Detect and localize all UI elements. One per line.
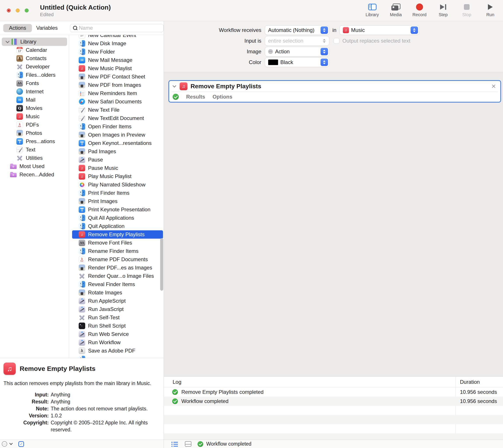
- action-list-item-new-folder[interactable]: New Folder: [69, 48, 164, 56]
- action-list-item-pause[interactable]: Pause: [69, 156, 164, 164]
- sidebar-item-mail[interactable]: Mail: [0, 96, 69, 104]
- action-list-item-print-finder-items[interactable]: Print Finder Items: [69, 189, 164, 197]
- action-list-item-rotate-images[interactable]: Rotate Images: [69, 288, 164, 297]
- options-tab[interactable]: Options: [213, 94, 233, 100]
- search-input[interactable]: [79, 25, 163, 31]
- sidebar-item-label: Contacts: [26, 55, 47, 61]
- run-label: Run: [487, 12, 494, 17]
- action-list-item-new-mail-message[interactable]: New Mail Message: [69, 56, 164, 64]
- action-list-item-new-safari-documents[interactable]: New Safari Documents: [69, 97, 164, 106]
- action-list-item-play-narrated-slideshow[interactable]: Play Narrated Slideshow: [69, 180, 164, 189]
- log-row[interactable]: Workflow completed10.956 seconds: [164, 397, 503, 406]
- action-list-item-remove-font-files[interactable]: Remove Font Files: [69, 239, 164, 247]
- sidebar-item-recen-added[interactable]: Recen...Added: [0, 170, 69, 179]
- action-list-item-new-pdf-from-images[interactable]: New PDF from Images: [69, 81, 164, 89]
- action-list-item-rename-finder-items[interactable]: Rename Finder Items: [69, 247, 164, 255]
- sidebar-item-movies[interactable]: Movies: [0, 104, 69, 112]
- description-title: Remove Empty Playlists: [20, 365, 95, 372]
- checkbox-popup-icon[interactable]: [18, 441, 24, 447]
- action-list-item-run-self-test[interactable]: Run Self-Test: [69, 313, 164, 322]
- action-list-item-rename-pdf-documents[interactable]: Rename PDF Documents: [69, 255, 164, 264]
- sidebar-item-pres-ations[interactable]: Pres...ations: [0, 137, 69, 145]
- sidebar-item-text[interactable]: Text: [0, 145, 69, 154]
- sidebar-item-photos[interactable]: Photos: [0, 129, 69, 137]
- image-label: Image: [164, 48, 265, 55]
- tab-actions[interactable]: Actions: [3, 24, 32, 32]
- action-list-item-run-shell-script[interactable]: Run Shell Script: [69, 322, 164, 330]
- record-button[interactable]: Record: [412, 2, 426, 17]
- stop-label: Stop: [462, 12, 471, 17]
- sidebar-item-utilities[interactable]: Utilities: [0, 154, 69, 162]
- action-list-item-item[interactable]: [69, 355, 164, 358]
- action-list-item-save-as-adobe-pdf[interactable]: Save as Adobe PDF: [69, 347, 164, 355]
- sidebar-item-library[interactable]: Library: [2, 38, 67, 46]
- action-list-item-run-web-service[interactable]: Run Web Service: [69, 330, 164, 338]
- action-list-item-new-music-playlist[interactable]: New Music Playlist: [69, 64, 164, 73]
- sidebar-item-developer[interactable]: Developer: [0, 63, 69, 71]
- receives-select[interactable]: Automatic (Nothing): [265, 25, 329, 35]
- output-replaces-checkbox[interactable]: [334, 38, 339, 44]
- search-field[interactable]: [70, 24, 164, 32]
- action-list-item-reveal-finder-items[interactable]: Reveal Finder Items: [69, 280, 164, 288]
- action-list-item-run-javascript[interactable]: Run JavaScript: [69, 305, 164, 313]
- zoom-window-button[interactable]: [25, 9, 29, 13]
- tab-variables[interactable]: Variables: [36, 25, 58, 31]
- action-list-item-new-calendar-event[interactable]: New Calendar Event: [69, 35, 164, 39]
- log-message: Remove Empty Playlists completed: [181, 389, 264, 395]
- more-options-icon[interactable]: [2, 441, 7, 447]
- sidebar-item-internet[interactable]: Internet: [0, 87, 69, 96]
- sidebar-item-contacts[interactable]: Contacts: [0, 54, 69, 63]
- sidebar-item-calendar[interactable]: Calendar: [0, 46, 69, 54]
- action-list-item-new-pdf-contact-sheet[interactable]: New PDF Contact Sheet: [69, 73, 164, 81]
- action-item-label: Run AppleScript: [88, 298, 126, 304]
- sidebar-item-fonts[interactable]: Fonts: [0, 79, 69, 87]
- log-row[interactable]: Remove Empty Playlists completed10.956 s…: [164, 387, 503, 397]
- image-select[interactable]: Action: [265, 47, 329, 56]
- media-button[interactable]: Media: [389, 2, 403, 17]
- action-list-item-quit-application[interactable]: Quit Application: [69, 222, 164, 230]
- action-list-item-run-applescript[interactable]: Run AppleScript: [69, 297, 164, 305]
- close-icon[interactable]: [491, 83, 496, 89]
- application-select[interactable]: Music: [340, 25, 419, 35]
- sidebar-item-files-olders[interactable]: Files...olders: [0, 71, 69, 79]
- media-label: Media: [390, 12, 402, 17]
- action-list-item-play-music-playlist[interactable]: Play Music Playlist: [69, 172, 164, 180]
- action-list-item-render-pdf-es-as-images[interactable]: Render PDF...es as Images: [69, 264, 164, 272]
- music-icon: [79, 231, 85, 238]
- scrollbar-thumb[interactable]: [160, 238, 163, 291]
- minimize-window-button[interactable]: [16, 9, 20, 13]
- action-list-item-print-keynote-presentation[interactable]: Print Keynote Presentation: [69, 206, 164, 214]
- chevron-down-icon[interactable]: [9, 442, 13, 445]
- step-button[interactable]: Step: [436, 2, 450, 17]
- workflow-action-card[interactable]: Remove Empty Playlists Results Options: [169, 80, 501, 102]
- results-tab[interactable]: Results: [186, 94, 205, 100]
- action-list-item-pad-images[interactable]: Pad Images: [69, 147, 164, 156]
- action-list-item-open-finder-items[interactable]: Open Finder Items: [69, 122, 164, 131]
- chevron-down-icon[interactable]: [5, 39, 9, 43]
- action-list-item-render-quar-o-image-files[interactable]: Render Quar...o Image Files: [69, 272, 164, 280]
- run-button[interactable]: Run: [483, 2, 497, 17]
- action-list-item-run-workflow[interactable]: Run Workflow: [69, 338, 164, 347]
- stop-button[interactable]: Stop: [460, 2, 474, 17]
- action-list-item-new-text-file[interactable]: New Text File: [69, 106, 164, 114]
- log-panel-view-icon[interactable]: [185, 441, 191, 447]
- left-panel: Actions Variables LibraryCalendarContact…: [0, 21, 164, 448]
- action-list-item-new-textedit-document[interactable]: New TextEdit Document: [69, 114, 164, 122]
- sidebar-item-most-used[interactable]: Most Used: [0, 162, 69, 170]
- close-window-button[interactable]: [7, 9, 11, 13]
- library-button[interactable]: Library: [365, 2, 379, 17]
- action-list-item-remove-empty-playlists[interactable]: Remove Empty Playlists: [72, 230, 163, 239]
- sidebar-item-pdfs[interactable]: PDFs: [0, 121, 69, 129]
- action-list-item-pause-music[interactable]: Pause Music: [69, 164, 164, 172]
- action-list-item-quit-all-applications[interactable]: Quit All Applications: [69, 214, 164, 222]
- disclosure-chevron-icon[interactable]: [173, 84, 176, 87]
- action-list-item-print-images[interactable]: Print Images: [69, 197, 164, 206]
- sidebar-item-music[interactable]: Music: [0, 112, 69, 121]
- log-header: Log Duration: [164, 377, 503, 387]
- color-select[interactable]: Black: [265, 57, 329, 67]
- action-list-item-open-keynot-resentations[interactable]: Open Keynot...resentations: [69, 139, 164, 147]
- action-list-item-new-reminders-item[interactable]: New Reminders Item: [69, 89, 164, 97]
- action-list-item-new-disk-image[interactable]: New Disk Image: [69, 39, 164, 48]
- log-list-view-icon[interactable]: [171, 441, 178, 447]
- action-list-item-open-images-in-preview[interactable]: Open Images in Preview: [69, 131, 164, 139]
